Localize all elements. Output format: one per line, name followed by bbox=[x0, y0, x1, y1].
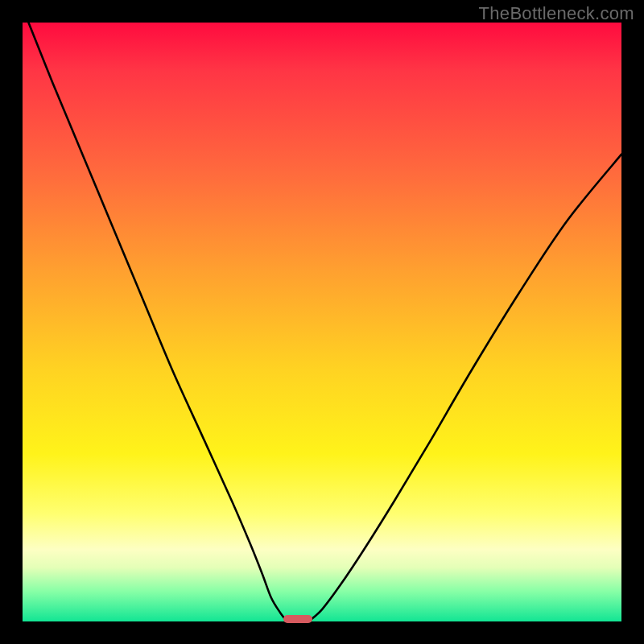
plot-area bbox=[23, 23, 621, 621]
bottom-marker bbox=[283, 615, 312, 623]
curve-layer bbox=[23, 23, 621, 621]
chart-frame: TheBottleneck.com bbox=[0, 0, 644, 644]
left-branch-curve bbox=[28, 23, 286, 621]
right-branch-curve bbox=[310, 155, 621, 621]
watermark-text: TheBottleneck.com bbox=[479, 3, 634, 24]
